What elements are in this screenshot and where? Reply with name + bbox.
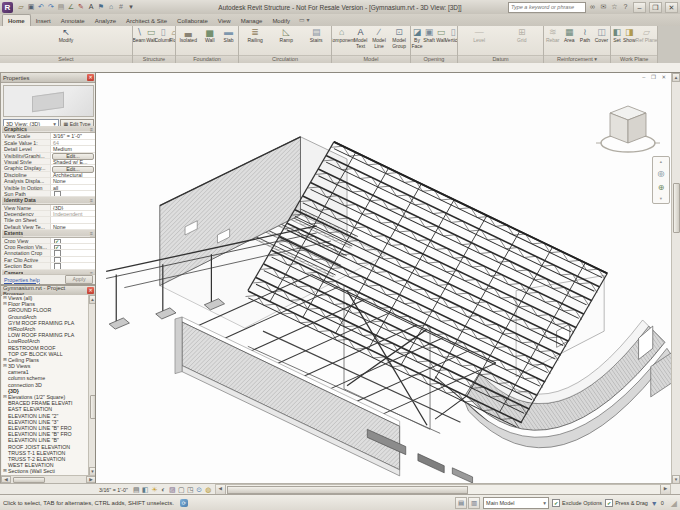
navbar-collapse-icon[interactable]: ▴ — [660, 160, 662, 164]
ribbon-panel-label[interactable]: Foundation — [176, 55, 238, 63]
redo-icon[interactable]: ↷ — [46, 2, 56, 12]
filter-icon[interactable]: ▼ — [651, 500, 658, 507]
exclude-options-checkbox[interactable]: ✔ Exclude Options — [552, 499, 602, 507]
browser-horizontal-scrollbar[interactable]: ◀ ▶ — [1, 475, 96, 483]
navbar-expand-icon[interactable]: ▾ — [660, 197, 662, 201]
ribbon-panel-label[interactable]: Circulation — [239, 55, 331, 63]
navigation-bar[interactable]: ▴ ◎ ⊕ ▾ — [652, 156, 670, 204]
ribbon-panel-label[interactable]: Work Plane — [611, 55, 657, 63]
text-icon[interactable]: A — [86, 2, 96, 12]
show-rendering-icon[interactable]: ▨ — [168, 485, 177, 494]
resize-grip[interactable]: ◢ — [671, 499, 677, 508]
ribbon-button[interactable]: — Level — [473, 27, 485, 44]
scale-control[interactable]: 3/16" = 1'-0" — [97, 487, 130, 493]
properties-title-bar[interactable]: Properties ✕ — [1, 73, 96, 83]
scroll-up-icon[interactable]: ▲ — [672, 73, 680, 82]
ribbon-tab[interactable]: View — [213, 15, 236, 26]
ribbon-tab[interactable]: Home — [2, 14, 31, 26]
ribbon-panel-label[interactable]: Structure — [133, 55, 175, 63]
ribbon-button[interactable]: ▬ Slab — [223, 27, 235, 44]
ribbon-button[interactable]: ≣ Railing — [247, 27, 262, 44]
property-row[interactable]: Identity Data — [2, 197, 95, 204]
ribbon-panel-label[interactable]: Model — [332, 55, 410, 63]
ribbon-button[interactable]: ◪ By Face — [411, 27, 423, 49]
ribbon-tab[interactable]: Modify — [267, 15, 295, 26]
ribbon-button[interactable]: ▯ Vertical — [447, 27, 457, 44]
ribbon-button[interactable]: ◫ Cover — [595, 27, 608, 44]
favorites-star-icon[interactable]: ☆ — [610, 3, 619, 11]
temporary-hide-icon[interactable]: ⊙ — [195, 485, 204, 494]
sun-path-icon[interactable]: ☀ — [150, 485, 159, 494]
measure-icon[interactable]: ∠ — [66, 2, 76, 12]
ribbon-tab[interactable]: Architect & Site — [121, 15, 172, 26]
ribbon-button[interactable]: A Model Text — [352, 27, 370, 49]
ribbon-button[interactable]: ▱ Floor — [169, 27, 175, 44]
apply-button[interactable]: Apply — [65, 275, 93, 284]
ribbon-button[interactable]: ⌂ Component — [332, 27, 352, 44]
ribbon-panel-label[interactable]: Datum — [458, 55, 543, 63]
ribbon-button[interactable]: ◨ Show — [623, 27, 636, 44]
properties-help-link[interactable]: Properties help — [4, 277, 40, 283]
ribbon-button[interactable]: ▯ Column — [157, 27, 169, 44]
visual-style-icon[interactable]: ◧ — [141, 485, 150, 494]
ribbon-button[interactable]: ≋ Rebar — [546, 27, 560, 44]
view-cube[interactable] — [592, 99, 662, 161]
scroll-left-icon[interactable]: ◀ — [216, 485, 226, 494]
canvas-vertical-scrollbar[interactable]: ▲ ▼ — [671, 73, 680, 484]
ribbon-tab[interactable]: Insert — [31, 15, 56, 26]
close-icon[interactable]: ✕ — [87, 287, 94, 294]
customize-qat-icon[interactable]: ▾ — [126, 2, 136, 12]
minimize-button[interactable]: – — [633, 2, 646, 13]
steering-wheel-icon[interactable]: ◎ — [658, 169, 665, 178]
search-input[interactable] — [508, 2, 586, 13]
print-icon[interactable]: ▤ — [56, 2, 66, 12]
search-binoculars-icon[interactable]: ∞ — [588, 3, 597, 11]
undo-icon[interactable]: ↶ — [36, 2, 46, 12]
gymnasium-3d-model[interactable] — [96, 73, 672, 489]
design-options-icon[interactable]: ▥ — [468, 497, 480, 509]
default-3d-view-icon[interactable]: ⌂ — [106, 2, 116, 12]
worksets-icon[interactable]: ▤ — [455, 497, 467, 509]
press-drag-checkbox[interactable]: ✔ Press & Drag — [605, 499, 648, 507]
ribbon-button[interactable]: ↖ Modify — [59, 27, 74, 44]
zoom-icon[interactable]: ⊕ — [658, 183, 665, 192]
show-crop-icon[interactable]: ◳ — [186, 485, 195, 494]
reveal-hidden-icon[interactable]: ◍ — [204, 485, 213, 494]
ribbon-button[interactable]: ⊞ Grid — [516, 27, 528, 44]
drawing-area[interactable]: – ❐ ✕ ▴ ◎ ⊕ ▾ ▲ ▼ — [95, 72, 680, 484]
communication-center-icon[interactable]: ✉ — [599, 3, 608, 11]
tag-icon[interactable]: ⚑ — [96, 2, 106, 12]
status-icon[interactable]: ⟳ — [180, 499, 188, 507]
ribbon-tab[interactable]: Manage — [236, 15, 268, 26]
restore-button[interactable]: ❐ — [649, 2, 662, 13]
ribbon-button[interactable]: ∕ Model Line — [370, 27, 388, 49]
ribbon-tab[interactable]: Annotate — [56, 15, 90, 26]
detail-level-icon[interactable]: ▤ — [132, 485, 141, 494]
ribbon-button[interactable]: ◺ Ramp — [280, 27, 293, 44]
property-row[interactable]: Extents — [2, 230, 95, 237]
open-icon[interactable]: ▱ — [16, 2, 26, 12]
ribbon-button[interactable]: ▃ Isolated — [179, 27, 197, 44]
ribbon-button[interactable]: ▅ Wall — [204, 27, 216, 44]
ribbon-panel-label[interactable]: Opening — [411, 55, 457, 63]
application-menu-button[interactable]: R — [2, 2, 13, 13]
help-icon[interactable]: ? — [621, 3, 630, 11]
scroll-left-icon[interactable]: ◀ — [1, 476, 11, 483]
ribbon-panel-label[interactable]: Reinforcement ▾ — [544, 55, 610, 63]
property-row[interactable]: Graphics — [2, 126, 95, 133]
ribbon-button[interactable]: ▤ Stairs — [310, 27, 323, 44]
modify-pencil-icon[interactable]: ✎ — [76, 2, 86, 12]
scroll-right-icon[interactable]: ▶ — [660, 485, 670, 494]
shadows-icon[interactable]: ◐ — [159, 485, 168, 494]
ribbon-panel-label[interactable]: Select — [0, 55, 132, 63]
ribbon-button[interactable]: ▱ Ref Plane — [636, 27, 658, 44]
ribbon-button[interactable]: ▦ Area — [563, 27, 575, 44]
close-icon[interactable]: ✕ — [87, 74, 94, 81]
ribbon-button[interactable]: ∖ Beam — [133, 27, 145, 44]
ribbon-button[interactable]: ≀ Path — [579, 27, 591, 44]
save-icon[interactable]: ▣ — [26, 2, 36, 12]
ribbon-button[interactable]: ◧ Set — [611, 27, 623, 44]
view-window-controls[interactable]: – ❐ ✕ — [642, 74, 668, 80]
design-options-select[interactable]: Main Model — [483, 497, 549, 509]
ribbon-tab[interactable]: Collaborate — [172, 15, 213, 26]
